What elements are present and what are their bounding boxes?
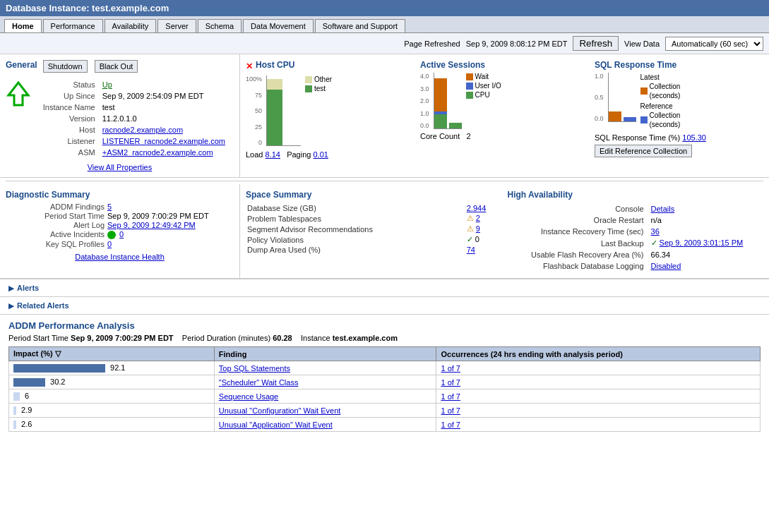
sql-response-time-value[interactable]: 105.30 [682,133,706,142]
cpu-bar-test-segment [267,90,282,145]
sql-response-time-label: SQL Response Time (%) [595,133,680,142]
load-label: Load [246,150,263,159]
addm-value[interactable]: 5 [107,202,112,211]
sql-legend-collection-label: Collection(seconds) [650,82,681,100]
sql-legend: Latest Collection(seconds) Reference Col… [640,73,681,131]
tab-availability[interactable]: Availability [105,19,157,32]
finding-link[interactable]: Sequence Usage [219,392,278,401]
db-health-link[interactable]: Database Instance Health [75,253,165,261]
flashback-logging-label: Flashback Database Logging [509,261,647,271]
segment-advisor-value[interactable]: 9 [476,224,480,233]
host-cpu-section: ✕ Host CPU 100% 75 50 25 0 [246,60,415,171]
addm-meta: Period Start Time Sep 9, 2009 7:00:29 PM… [8,334,761,342]
legend-other-label: Other [314,75,332,83]
dump-area-value[interactable]: 74 [467,246,475,254]
diagnostic-props: ADDM Findings 5 Period Start Time Sep 9,… [6,202,234,248]
key-sql-value[interactable]: 0 [107,240,112,248]
occurrences-link[interactable]: 1 of 7 [441,378,460,387]
refresh-button[interactable]: Refresh [573,36,619,51]
legend-cpu-label: CPU [475,91,490,99]
active-incidents-value[interactable]: 0 [119,230,124,238]
period-start-value: Sep 9, 2009 7:00:29 PM EDT [107,212,234,220]
view-data-select[interactable]: Automatically (60 sec) [665,37,763,51]
general-body: Status Up Up Since Sep 9, 2009 2:54:09 P… [6,78,234,159]
occurrences-link[interactable]: 1 of 7 [441,392,460,401]
finding-link[interactable]: Unusual "Configuration" Wait Event [219,406,341,415]
problem-ts-row: Problem Tablespaces ⚠ 2 [247,214,501,223]
occurrences-cell: 1 of 7 [436,375,761,389]
addm-label: ADDM Findings [6,202,105,211]
sql-legend-collection: Collection(seconds) [640,82,681,100]
ha-table: Console Details Oracle Restart n/a Insta… [508,202,764,272]
listener-row: Listener LISTENER_racnode2.example.com [38,136,232,146]
version-label: Version [38,114,98,123]
asm-value[interactable]: +ASM2_racnode2.example.com [102,148,213,157]
legend-test-label: test [314,85,326,92]
instance-name-label: Instance Name [38,102,98,112]
page-refreshed-label: Page Refreshed [404,40,460,48]
blackout-button[interactable]: Black Out [95,60,138,73]
db-size-value[interactable]: 2.944 [467,204,487,212]
last-backup-value[interactable]: Sep 9, 2009 3:01:15 PM [660,238,744,247]
sql-bar-latest [609,73,621,121]
active-incidents-label: Active Incidents [6,230,105,239]
session-wait-seg [434,78,447,111]
shutdown-button[interactable]: Shutdown [43,60,88,73]
addm-title: ADDM Performance Analysis [8,320,761,331]
addm-period-duration-value: 60.28 [273,334,292,342]
alert-log-value[interactable]: Sep 9, 2009 12:49:42 PM [107,221,196,229]
tab-data-movement[interactable]: Data Movement [243,19,314,32]
instance-name-value: test [100,102,232,112]
tab-performance[interactable]: Performance [43,19,103,32]
listener-value[interactable]: LISTENER_racnode2.example.com [102,137,225,145]
divider-1 [6,181,763,181]
occurrences-link[interactable]: 1 of 7 [441,364,460,373]
console-value[interactable]: Details [651,205,675,213]
paging-value[interactable]: 0.01 [313,150,328,159]
legend-test: test [305,85,332,92]
occurrences-link[interactable]: 1 of 7 [441,421,460,429]
tab-home[interactable]: Home [4,19,42,32]
diagnostic-title: Diagnostic Summary [6,190,234,200]
host-value[interactable]: racnode2.example.com [102,126,183,134]
dump-area-label: Dump Area Used (%) [247,246,465,254]
active-sessions-title: Active Sessions [420,60,589,70]
status-value[interactable]: Up [102,80,112,89]
sql-legend-reference: Reference [640,102,681,111]
alerts-toggle[interactable]: ▶ Alerts [8,284,761,292]
edit-reference-row: Edit Reference Collection [595,145,763,157]
addm-period-duration-label: Period Duration (minutes) [182,334,270,342]
impact-cell: 6 [9,389,215,404]
tab-schema[interactable]: Schema [198,19,242,32]
finding-cell: Top SQL Statements [214,361,436,375]
alerts-title: Alerts [17,284,39,292]
active-incidents-icon [107,231,116,239]
console-label: Console [509,204,647,214]
problem-ts-value[interactable]: 2 [476,214,480,222]
alert-log-label: Alert Log [6,221,105,229]
load-value[interactable]: 8.14 [266,150,280,159]
sql-bar-latest-fill [609,111,621,121]
tabs-bar: Home Performance Availability Server Sch… [0,16,769,33]
sessions-bars [434,73,462,129]
paging-label: Paging [287,150,311,159]
tab-server[interactable]: Server [157,19,196,32]
tab-software-support[interactable]: Software and Support [315,19,405,32]
finding-cell: "Scheduler" Wait Class [214,375,436,389]
finding-link[interactable]: Top SQL Statements [219,364,290,373]
related-alerts-toggle[interactable]: ▶ Related Alerts [8,301,761,310]
up-since-value: Sep 9, 2009 2:54:09 PM EDT [100,91,232,101]
flash-recovery-label: Usable Flash Recovery Area (%) [509,250,647,260]
flashback-logging-value[interactable]: Disabled [651,262,681,270]
finding-link[interactable]: "Scheduler" Wait Class [219,378,299,387]
legend-other: Other [305,75,332,83]
version-value: 11.2.0.1.0 [100,114,232,123]
view-all-properties[interactable]: View All Properties [6,163,234,171]
status-label: Status [38,80,98,90]
space-summary-title: Space Summary [246,190,502,200]
finding-link[interactable]: Unusual "Application" Wait Event [219,421,333,429]
host-label: Host [38,125,98,135]
instance-recovery-value[interactable]: 36 [651,227,660,236]
occurrences-link[interactable]: 1 of 7 [441,406,460,415]
edit-reference-button[interactable]: Edit Reference Collection [595,145,692,157]
